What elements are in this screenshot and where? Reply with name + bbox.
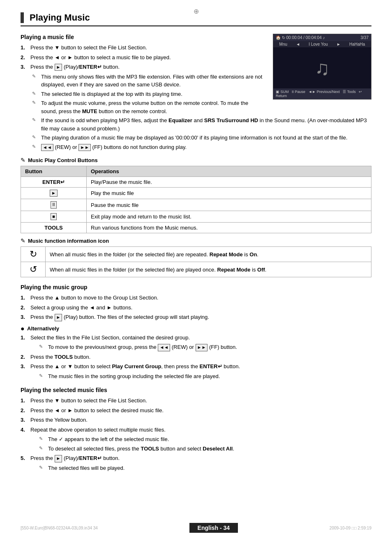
sel-step-text-4: Repeat the above operation to select mul… bbox=[30, 426, 166, 434]
preview-top-right: 3/37 bbox=[361, 35, 369, 40]
note-text-4: If the sound is odd when playing MP3 fil… bbox=[41, 116, 371, 132]
desc-repeat-off: When all music files in the folder (or t… bbox=[46, 262, 371, 277]
preview-top-left: 🏠 ↻ 00:00:04 / 00:04:04 ♪ bbox=[276, 35, 325, 40]
alt-note-2-list: ✎ The music files in the sorting group i… bbox=[21, 372, 371, 381]
preview-screenshot: 🏠 ↻ 00:00:04 / 00:04:04 ♪ 3/37 Mnu ◄ I L… bbox=[273, 34, 371, 100]
footer-right: 2009-10-09 □□ 2:59:19 bbox=[330, 526, 371, 530]
step-1: 1. Press the ▼ button to select the File… bbox=[21, 44, 265, 52]
table-row: ↺ When all music files in the folder (or… bbox=[21, 262, 371, 277]
music-group-steps: 1. Press the ▲ button to move to the Gro… bbox=[21, 294, 371, 321]
music-play-control-header: ✎ Music Play Control Buttons bbox=[21, 157, 371, 163]
preview-nav-prev: ◄ bbox=[296, 42, 300, 46]
sel-step-text-5: Press the ► (Play)/ENTER↵ button. bbox=[30, 454, 120, 462]
sel-notes-step4: ✎ The ✓ appears to the left of the selec… bbox=[21, 435, 371, 453]
alternatively-header: ● Alternatively bbox=[21, 325, 371, 332]
note-text-3: To adjust the music volume, press the vo… bbox=[41, 99, 265, 115]
music-function-info-title: Music function information icon bbox=[28, 238, 109, 244]
preview-nav-menu: Mnu bbox=[279, 42, 287, 46]
alt-step-text-1: Select the files In the File List Sectio… bbox=[30, 334, 190, 342]
alt-step-1: 1. Select the files In the File List Sec… bbox=[21, 334, 371, 342]
note-pencil-alt-1: ✎ bbox=[39, 343, 46, 351]
note-pencil-6: ✎ bbox=[32, 143, 39, 151]
group-step-text-2: Select a group using the ◄ and ► buttons… bbox=[30, 304, 132, 312]
page-footer: [550-W.Euro]BN68-02324A-03L09.in34 34 En… bbox=[0, 523, 392, 533]
bullet-dot: ● bbox=[21, 325, 27, 332]
center-crosshair: ⊕ bbox=[194, 7, 199, 15]
music-note-icon: ♫ bbox=[315, 57, 330, 79]
page-container: ⊕ Playing Music 🏠 ↻ 00:00:04 / 00:04:04 … bbox=[0, 0, 392, 541]
sel-note-text-4-1: The ✓ appears to the left of the selecte… bbox=[48, 435, 169, 443]
step-3: 3. Press the ► (Play)/ENTER↵ button. bbox=[21, 63, 265, 71]
note-pencil-1: ✎ bbox=[32, 73, 39, 89]
sel-step-num-5: 5. bbox=[21, 454, 29, 462]
alternatively-label: Alternatively bbox=[27, 325, 59, 332]
note-text-6: ◄◄ (REW) or ►► (FF) buttons do not funct… bbox=[41, 143, 187, 151]
note-6: ✎ ◄◄ (REW) or ►► (FF) buttons do not fun… bbox=[32, 143, 371, 151]
sel-step-text-3: Press the Yellow button. bbox=[30, 416, 88, 424]
table-row: ► Play the music file bbox=[21, 188, 371, 199]
subsection-music-group-title: Playing the music group bbox=[21, 284, 371, 290]
col-button: Button bbox=[21, 166, 87, 177]
note-pencil-sel-2: ✎ bbox=[39, 445, 46, 453]
alternatively-section: ● Alternatively 1. Select the files In t… bbox=[21, 325, 371, 381]
icon-repeat-off: ↺ bbox=[21, 262, 46, 277]
table-row: ↻ When all music files in the folder (or… bbox=[21, 247, 371, 262]
alt-note-2: ✎ The music files in the sorting group i… bbox=[39, 372, 371, 381]
sel-step-5: 5. Press the ► (Play)/ENTER↵ button. bbox=[21, 454, 371, 462]
title-bar-decoration bbox=[21, 12, 24, 23]
sel-step-3: 3. Press the Yellow button. bbox=[21, 416, 371, 424]
btn-stop: ■ bbox=[21, 211, 87, 222]
preview-bottom-text: ▣ SUM II Pause ◄► Previous/Next ☰ Tools … bbox=[276, 90, 369, 98]
note-5: ✎ The playing duration of a music file m… bbox=[32, 134, 371, 142]
op-pause: Pause the music file bbox=[87, 199, 371, 211]
note-text-5: The playing duration of a music file may… bbox=[41, 134, 348, 142]
btn-tools: TOOLS bbox=[21, 223, 87, 233]
section-title-text: Playing Music bbox=[30, 12, 90, 23]
playing-music-file-section: 🏠 ↻ 00:00:04 / 00:04:04 ♪ 3/37 Mnu ◄ I L… bbox=[21, 34, 371, 153]
sel-note-text-5-1: The selected files will be played. bbox=[48, 464, 125, 472]
preview-nav-alt: HaHaHa bbox=[349, 42, 365, 46]
group-step-num-2: 2. bbox=[21, 304, 29, 312]
note-3: ✎ To adjust the music volume, press the … bbox=[32, 99, 265, 115]
music-function-info-header: ✎ Music function information icon bbox=[21, 237, 371, 244]
sel-step-num-3: 3. bbox=[21, 416, 29, 424]
group-step-2: 2. Select a group using the ◄ and ► butt… bbox=[21, 304, 371, 312]
note-pencil-5: ✎ bbox=[32, 134, 39, 142]
note-pencil-alt-2: ✎ bbox=[39, 372, 46, 381]
step-2: 2. Press the ◄ or ► button to select a m… bbox=[21, 53, 265, 62]
alternatively-steps: 1. Select the files In the File List Sec… bbox=[21, 334, 371, 342]
icon-table: ↻ When all music files in the folder (or… bbox=[21, 246, 371, 277]
table-row: TOOLS Run various functions from the Mus… bbox=[21, 223, 371, 233]
sel-step-4: 4. Repeat the above operation to select … bbox=[21, 426, 371, 434]
group-step-text-3: Press the ► (Play) button. The files of … bbox=[30, 313, 209, 321]
note-2: ✎ The selected file is displayed at the … bbox=[32, 90, 265, 98]
group-step-text-1: Press the ▲ button to move to the Group … bbox=[30, 294, 158, 302]
note-pencil-sel-5: ✎ bbox=[39, 464, 46, 472]
group-step-3: 3. Press the ► (Play) button. The files … bbox=[21, 313, 371, 321]
sel-step-1: 1. Press the ▼ button to select the File… bbox=[21, 397, 371, 405]
step-text-3: Press the ► (Play)/ENTER↵ button. bbox=[30, 63, 120, 71]
desc-repeat-on: When all music files in the folder (or t… bbox=[46, 247, 371, 262]
alt-step-num-1: 1. bbox=[21, 334, 29, 342]
alt-note-1-list: ✎ To move to the previous/next group, pr… bbox=[21, 343, 371, 351]
sel-note-4-2: ✎ To deselect all selected files, press … bbox=[39, 445, 371, 453]
step-num-3: 3. bbox=[21, 63, 29, 71]
op-play: Play the music file bbox=[87, 188, 371, 199]
alt-note-text-1: To move to the previous/next group, pres… bbox=[48, 343, 237, 351]
note-text-1: This menu only shows files with the MP3 … bbox=[41, 73, 265, 89]
btn-pause: II bbox=[21, 199, 87, 211]
footer-left: [550-W.Euro]BN68-02324A-03L09.in34 34 bbox=[21, 526, 98, 530]
note-pencil-3: ✎ bbox=[32, 99, 39, 115]
preview-top-bar: 🏠 ↻ 00:00:04 / 00:04:04 ♪ 3/37 bbox=[273, 34, 371, 41]
music-play-control-title: Music Play Control Buttons bbox=[28, 157, 98, 163]
alt-step-2: 2. Press the TOOLS button. bbox=[21, 353, 371, 361]
preview-bottom-bar: ▣ SUM II Pause ◄► Previous/Next ☰ Tools … bbox=[273, 88, 371, 99]
btn-play: ► bbox=[21, 188, 87, 199]
note-pencil-4: ✎ bbox=[32, 116, 39, 132]
table-row: II Pause the music file bbox=[21, 199, 371, 211]
note-1: ✎ This menu only shows files with the MP… bbox=[32, 73, 265, 89]
sel-step-num-4: 4. bbox=[21, 426, 29, 434]
alt-step-3: 3. Press the ▲ or ▼ button to select Pla… bbox=[21, 362, 371, 371]
op-stop: Exit play mode and return to the music l… bbox=[87, 211, 371, 222]
note-pencil-sel-1: ✎ bbox=[39, 435, 46, 443]
